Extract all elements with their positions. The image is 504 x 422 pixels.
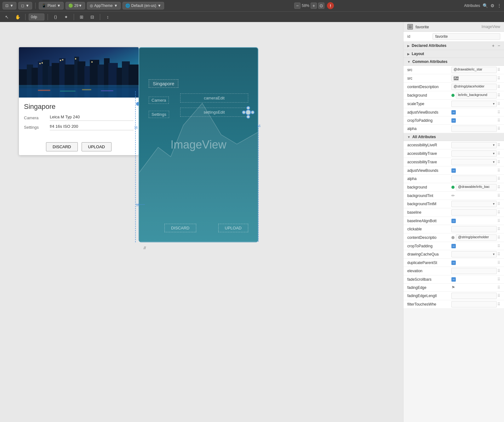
error-indicator[interactable]: ! <box>327 2 334 9</box>
all-attr-input-19[interactable] <box>451 301 497 307</box>
discard-button[interactable]: DISCARD <box>46 142 78 151</box>
all-attr-input-10[interactable] <box>451 226 497 232</box>
all-attr-dot-5 <box>451 186 455 189</box>
dp-input[interactable] <box>29 14 44 20</box>
contentdesc-input[interactable]: @string/placeholder <box>451 84 497 90</box>
all-attr-input-18[interactable] <box>451 293 497 299</box>
phone-camera-box: Camera <box>149 97 169 104</box>
scaletype-attr-name: scaleType <box>407 102 451 106</box>
api-btn[interactable]: 🟢 29▼ <box>66 2 85 9</box>
attributes-scroll-area[interactable]: ▶ Declared Attributes + − ▶ Layout ▼ Com… <box>404 42 504 422</box>
all-attr-value-9: − <box>451 219 497 223</box>
src2-drag-handle: ⠿ <box>497 76 500 81</box>
all-attr-flag-17[interactable]: ⚑ <box>451 285 455 290</box>
all-attr-name-2: accessibilityTrave <box>407 160 451 164</box>
adjustviewbounds-minus[interactable]: − <box>451 110 456 115</box>
all-attr-drag-6: ⠿ <box>497 194 500 198</box>
croptopadding-drag-handle: ⠿ <box>497 118 500 123</box>
all-attr-row-15: elevation ⠿ <box>404 267 504 275</box>
all-attr-row-1: accessibilityTrave ▼ ⠿ <box>404 149 504 158</box>
all-attr-input-15[interactable] <box>451 268 497 274</box>
all-attr-dropdown-0[interactable]: ▼ <box>451 142 497 148</box>
declared-attributes-header[interactable]: ▶ Declared Attributes + − <box>404 42 504 50</box>
design-card-body: Singapore Camera Leica M Typ 240 Setting… <box>19 98 139 138</box>
all-attr-dot-11 <box>451 236 455 239</box>
common-attributes-header[interactable]: ▼ Common Attributes <box>404 58 504 66</box>
adjustviewbounds-drag-handle: ⠿ <box>497 110 500 115</box>
declared-remove-btn[interactable]: − <box>498 43 500 48</box>
all-attr-pencil-6[interactable]: ✏ <box>451 193 455 198</box>
all-attr-row-12: cropToPadding − ⠿ <box>404 242 504 250</box>
all-attr-drag-3: ⠿ <box>497 168 500 173</box>
align-tool-btn[interactable]: ⊟ <box>88 13 97 21</box>
locale-btn[interactable]: 🌐 Default (en-us) ▼ <box>123 2 164 9</box>
all-attributes-container: accessibilityLiveR ▼ ⠿ accessibilityTrav… <box>404 141 504 309</box>
declared-add-btn[interactable]: + <box>492 43 495 48</box>
all-attr-name-17: fadingEdge <box>407 285 451 290</box>
all-attr-dropdown-13[interactable]: ▼ <box>451 251 497 257</box>
all-attr-name-9: baselineAlignBott <box>407 219 451 223</box>
zoom-out-btn[interactable]: − <box>294 3 301 9</box>
all-attr-input-4[interactable] <box>451 176 497 182</box>
all-attr-input-8[interactable] <box>451 209 497 216</box>
all-attr-dropdown-1[interactable]: ▼ <box>451 150 497 157</box>
all-attr-minus-9[interactable]: − <box>451 219 456 223</box>
all-attr-drag-17: ⠿ <box>497 285 500 290</box>
attributes-panel-title: Attributes <box>464 3 480 8</box>
settings-field: Settings f/4 16s ISO 200 <box>24 124 134 130</box>
src-input[interactable]: @drawable/ic_star <box>451 67 497 73</box>
all-attr-minus-14[interactable]: − <box>451 261 456 265</box>
croptopadding-minus[interactable]: − <box>451 118 456 123</box>
path-tool-btn[interactable]: ⟨⟩ <box>51 13 60 21</box>
camera-value: Leica M Typ 240 <box>50 115 134 121</box>
grid-tool-btn[interactable]: ⊞ <box>77 13 86 21</box>
all-attributes-title: All Attributes <box>412 135 436 139</box>
all-attr-input-5[interactable]: @drawable/info_bac <box>456 184 497 190</box>
layout-header[interactable]: ▶ Layout <box>404 50 504 58</box>
upload-button[interactable]: UPLOAD <box>82 142 112 151</box>
magic-tool-btn[interactable]: ✦ <box>62 13 71 21</box>
zoom-in-btn[interactable]: + <box>311 3 317 9</box>
svg-rect-25 <box>82 89 91 90</box>
all-attr-value-16: − <box>451 277 497 282</box>
separator-5 <box>100 14 100 20</box>
pan-tool-btn[interactable]: ✋ <box>13 13 22 21</box>
margin-tool-btn[interactable]: ↕ <box>103 13 112 21</box>
background-drag-handle: ⠿ <box>497 93 500 98</box>
all-attr-dropdown-2[interactable]: ▼ <box>451 159 497 165</box>
all-attr-row-6: backgroundTint ✏ ⠿ <box>404 192 504 200</box>
canvas-area[interactable]: Singapore Camera Leica M Typ 240 Setting… <box>0 22 403 422</box>
all-attr-row-11: contentDescriptio @string/placeholder ⠿ <box>404 234 504 242</box>
src2-attr-value <box>451 75 497 82</box>
design-mode-btn[interactable]: ◻ ▼ <box>18 2 32 9</box>
all-attr-input-11[interactable]: @string/placeholder <box>456 234 497 241</box>
scaletype-arrow: ▼ <box>492 102 495 105</box>
zoom-fit-btn[interactable]: ⊙ <box>318 3 324 9</box>
all-attr-dropdown-7[interactable]: ▼ <box>451 201 497 207</box>
view-toggle-btn[interactable]: ⊡ ▼ <box>3 2 16 9</box>
settings-icon[interactable]: ⚙ <box>490 3 495 8</box>
search-icon[interactable]: 🔍 <box>483 3 488 8</box>
all-attr-minus-16[interactable]: − <box>451 277 456 282</box>
menu-icon[interactable]: ⋮ <box>497 3 501 8</box>
all-attr-value-5: @drawable/info_bac <box>451 184 497 190</box>
pixel-icon: 📱 <box>42 3 46 8</box>
all-attr-row-2: accessibilityTrave ▼ ⠿ <box>404 158 504 166</box>
scaletype-dropdown[interactable]: ▼ <box>451 101 497 107</box>
alpha-common-attr-value <box>451 126 497 132</box>
all-attr-row-4: alpha ⠿ <box>404 175 504 183</box>
all-attr-name-12: cropToPadding <box>407 244 451 248</box>
background-input[interactable]: le/info_background <box>456 92 497 98</box>
all-attr-value-1: ▼ <box>451 150 497 157</box>
apptheme-btn[interactable]: ◎ AppTheme ▼ <box>87 2 121 9</box>
all-attr-minus-3[interactable]: − <box>451 168 456 173</box>
all-attr-minus-12[interactable]: − <box>451 244 456 248</box>
dimension-16-left: 16 <box>134 126 138 129</box>
pixel-btn[interactable]: 📱 Pixel ▼ <box>39 2 64 9</box>
alpha-common-input[interactable] <box>451 126 497 132</box>
toolbar-center: − 58% + ⊙ ! <box>166 2 462 9</box>
component-icon <box>407 24 413 30</box>
src2-input[interactable] <box>451 75 497 82</box>
cursor-tool-btn[interactable]: ↖ <box>3 13 11 21</box>
all-attributes-header[interactable]: ▼ All Attributes <box>404 133 504 141</box>
